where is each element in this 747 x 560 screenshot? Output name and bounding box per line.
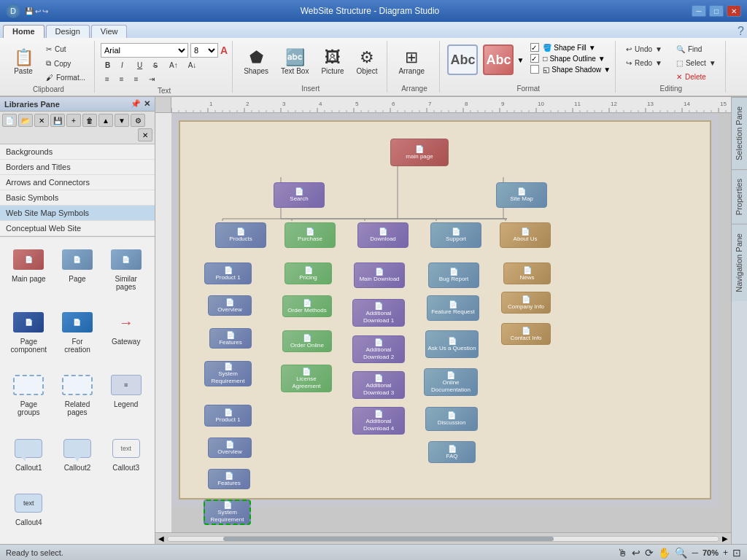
status-icon-2[interactable]: ↩ [632,547,640,559]
ribbon-help-icon[interactable]: ? [738,25,744,38]
library-item-basic[interactable]: Basic Symbols [0,190,155,206]
status-icon-4[interactable]: ✋ [658,547,670,559]
diagram-node-sysreq1[interactable]: 📄System Requirement [204,361,252,386]
new-lib-btn[interactable]: 📄 [2,114,17,127]
move-down-btn[interactable]: ▼ [115,114,129,127]
find-button[interactable]: 🔍 Find [672,43,721,55]
status-icon-5[interactable]: 🔍 [675,547,687,559]
abc-dropdown-arrow[interactable]: ▼ [516,56,524,64]
zoom-in-btn[interactable]: + [723,548,728,558]
save-lib-btn[interactable]: 💾 [50,114,65,127]
diagram-node-product1a[interactable]: 📄Product 1 [204,262,252,284]
abc-pink-button[interactable]: Abc [483,44,514,75]
tab-design[interactable]: Design [46,25,90,38]
library-item-websitemap[interactable]: Web Site Map Symbols [0,206,155,221]
diagram-node-bugreport[interactable]: 📄Bug Report [428,262,479,288]
diagram-node-products[interactable]: 📄Products [215,222,266,248]
shape-shadow-arrow[interactable]: ▼ [603,66,611,74]
shape-item-pagegroups[interactable]: Page groups [6,368,52,428]
diagram-node-features1[interactable]: 📄Features [209,328,252,349]
quick-access-3[interactable]: ↪ [42,7,48,15]
diagram-node-licenseagree[interactable]: 📄License Agreement [281,365,332,392]
move-up-btn[interactable]: ▲ [98,114,113,127]
diagram-node-adddl4[interactable]: 📄Additional Download 4 [352,407,405,435]
align-right-button[interactable]: ≡ [130,73,143,85]
shape-outline-row[interactable]: ✓ □ Shape Outline ▼ [530,54,611,63]
diagram-node-sitemap[interactable]: 📄Site Map [496,182,547,208]
diagram-node-pricing[interactable]: 📄Pricing [285,262,332,284]
undo-button[interactable]: ↩ Undo ▼ [622,43,667,55]
font-size-select[interactable]: 8 [190,43,218,58]
shape-item-callout2[interactable]: Callout2 [55,432,101,483]
close-lib-btn[interactable]: ✕ [34,114,49,127]
increase-font-button[interactable]: A↑ [165,59,182,71]
diagram-node-ordermethods[interactable]: 📄Order Methods [282,295,332,317]
diagram-node-overview2[interactable]: 📄Overview [208,438,252,458]
quick-access-1[interactable]: 💾 [25,7,34,15]
shape-fill-check[interactable]: ✓ [530,43,539,52]
shape-shadow-check[interactable] [530,65,539,74]
diagram-node-faq[interactable]: 📄FAQ [428,441,476,463]
library-item-borders[interactable]: Borders and Titles [0,160,155,175]
picture-button[interactable]: 🖼 Picture [316,43,349,81]
diagram-node-search[interactable]: 📄Search [274,182,325,208]
diagram-node-adddl1[interactable]: 📄Additional Download 1 [352,299,405,327]
diagram-node-support[interactable]: 📄Support [430,222,481,248]
diagram-node-maindl[interactable]: 📄Main Download [354,262,405,288]
status-icon-1[interactable]: 🖱 [617,547,627,559]
minimize-btn[interactable]: ─ [692,5,706,17]
tab-view[interactable]: View [91,25,128,38]
delete-shape-btn[interactable]: 🗑 [82,114,97,127]
horizontal-scrollbar[interactable]: ◀ ▶ [155,532,731,544]
shape-item-legend[interactable]: ≡ Legend [103,368,149,428]
add-shape-btn[interactable]: + [66,114,81,127]
shape-item-relatedpages[interactable]: Related pages [55,368,101,428]
align-center-button[interactable]: ≡ [115,73,128,85]
diagram-node-compinfo[interactable]: 📄Company Info [501,292,551,314]
pane-close-icon[interactable]: ✕ [144,99,150,109]
italic-button[interactable]: I [117,59,131,71]
shape-shadow-row[interactable]: ◱ Shape Shadow ▼ [530,65,611,74]
object-button[interactable]: ⚙ Object [352,43,383,81]
shape-fill-row[interactable]: ✓ 🪣 Shape Fill ▼ [530,43,611,52]
pane-pin-icon[interactable]: 📌 [131,99,141,109]
underline-button[interactable]: U [133,59,147,71]
delete-button[interactable]: ✕ Delete [672,71,721,83]
zoom-out-btn[interactable]: ─ [692,548,698,558]
shape-item-callout4[interactable]: text Callout4 [6,486,52,538]
select-button[interactable]: ⬚ Select ▼ [672,57,721,69]
diagram-node-purchase[interactable]: 📄Purchase [285,222,336,248]
library-item-arrows[interactable]: Arrows and Connectors [0,175,155,190]
diagram-node-download[interactable]: 📄Download [357,222,409,248]
shape-fill-arrow[interactable]: ▼ [589,44,596,52]
diagram-node-news[interactable]: 📄News [503,262,551,284]
shape-item-gateway[interactable]: → Gateway [103,306,149,365]
cut-button[interactable]: ✂ Cut [42,43,90,55]
diagram-node-adddl2[interactable]: 📄Additional Download 2 [352,335,405,363]
paste-button[interactable]: 📋 Paste [7,43,39,81]
library-item-conceptual[interactable]: Conceptual Web Site [0,221,155,236]
diagram-node-product1b[interactable]: 📄Product 1 [204,405,252,427]
scroll-right-btn[interactable]: ▶ [722,534,728,542]
indent-button[interactable]: ⇥ [144,73,159,85]
redo-button[interactable]: ↪ Redo ▼ [622,57,667,69]
close-pane-btn[interactable]: ✕ [138,128,152,141]
tab-home[interactable]: Home [3,25,44,38]
diagram-node-contactinfo[interactable]: 📄Contact Info [501,323,551,345]
diagram-node-discussion[interactable]: 📄Discussion [425,407,478,431]
selection-pane-tab[interactable]: Selection Pane [732,97,747,169]
open-lib-btn[interactable]: 📂 [18,114,33,127]
shape-item-callout1[interactable]: Callout1 [6,432,52,483]
fit-page-btn[interactable]: ⊡ [732,547,741,559]
shape-item-forcreation[interactable]: 📄 For creation [55,306,101,365]
quick-access-2[interactable]: ↩ [35,7,41,15]
shape-item-pagecomponent[interactable]: 📄 Page component [6,306,52,365]
shape-outline-arrow[interactable]: ▼ [598,55,605,63]
properties-btn[interactable]: ⚙ [131,114,145,127]
arrange-button[interactable]: ⊞ Arrange [393,43,430,81]
diagram-node-main[interactable]: 📄main page [390,139,449,166]
canvas[interactable]: 📄main page📄Search📄Site Map📄Products📄Purc… [171,113,719,507]
copy-button[interactable]: ⧉ Copy [42,57,90,70]
canvas-scroll[interactable]: 📄main page📄Search📄Site Map📄Products📄Purc… [171,113,731,532]
status-icon-3[interactable]: ⟳ [645,547,654,559]
